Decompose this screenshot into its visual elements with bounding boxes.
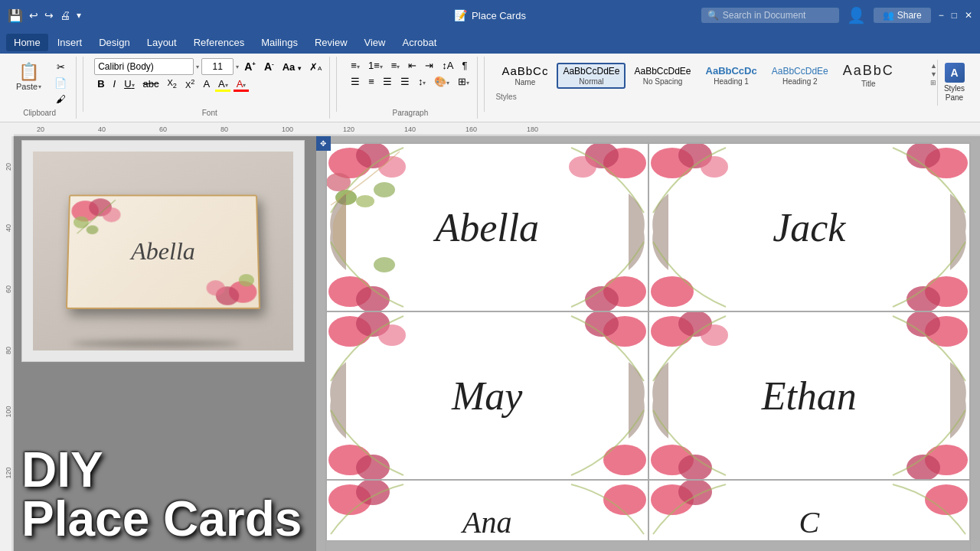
bullets-btn[interactable]: ≡▾ bbox=[348, 58, 363, 73]
svg-point-38 bbox=[569, 156, 596, 178]
place-card-1[interactable]: Abella bbox=[326, 143, 648, 311]
increase-font-btn[interactable]: A+ bbox=[241, 59, 259, 74]
place-card-3[interactable]: May bbox=[326, 311, 648, 480]
ribbon-divider-3 bbox=[484, 57, 485, 112]
strikethrough-btn[interactable]: abc bbox=[140, 77, 162, 91]
quick-access-undo[interactable]: ↩ bbox=[29, 9, 38, 21]
svg-point-41 bbox=[374, 257, 395, 272]
align-center-btn[interactable]: ≡ bbox=[365, 74, 377, 89]
align-right-btn[interactable]: ☰ bbox=[380, 74, 395, 89]
copy-button[interactable]: 📄 bbox=[51, 76, 70, 90]
decrease-font-btn[interactable]: A- bbox=[261, 59, 277, 74]
menu-references[interactable]: References bbox=[186, 34, 252, 51]
floral-corner-tr-5 bbox=[556, 481, 648, 541]
menu-view[interactable]: View bbox=[357, 34, 394, 51]
title-bar-left-icons[interactable]: 💾 ↩ ↪ 🖨 ▾ bbox=[8, 8, 81, 23]
style-normal-label: Normal bbox=[579, 77, 603, 86]
shading-btn[interactable]: 🎨▾ bbox=[431, 74, 452, 89]
table-move-handle[interactable]: ✥ bbox=[316, 136, 331, 151]
share-icon: 👥 bbox=[883, 10, 894, 21]
style-name[interactable]: AaBbCc Name bbox=[495, 61, 554, 90]
paste-button[interactable]: 📋 Paste ▾ bbox=[9, 58, 48, 95]
text-effects-btn[interactable]: A bbox=[200, 77, 213, 91]
paste-dropdown-arrow[interactable]: ▾ bbox=[38, 83, 41, 90]
gallery-expand-arrow[interactable]: ⊞ bbox=[930, 80, 937, 86]
font-size-dropdown[interactable]: ▾ bbox=[236, 64, 239, 70]
ribbon-font-section: ▾ ▾ A+ A- Aa ▾ ✗A B I U▾ abc X2 X2 A A▾ bbox=[90, 57, 330, 119]
gallery-up-arrow[interactable]: ▲ bbox=[930, 63, 937, 70]
underline-btn[interactable]: U▾ bbox=[121, 77, 137, 91]
multilevel-btn[interactable]: ≡▾ bbox=[388, 58, 403, 73]
menu-review[interactable]: Review bbox=[307, 34, 355, 51]
gallery-scroll-arrows[interactable]: ▲ ▼ ⊞ bbox=[930, 60, 937, 86]
style-normal[interactable]: AaBbCcDdEe Normal bbox=[557, 63, 626, 89]
sort-btn[interactable]: ↕A bbox=[439, 58, 456, 73]
floral-corner-bl-3 bbox=[327, 403, 419, 479]
search-bar[interactable]: 🔍 Search in Document bbox=[701, 8, 839, 23]
align-left-btn[interactable]: ☰ bbox=[348, 74, 363, 89]
ribbon-expand-icon[interactable]: □ bbox=[952, 10, 957, 21]
show-formatting-btn[interactable]: ¶ bbox=[459, 58, 471, 73]
styles-pane-button[interactable]: A Styles Pane bbox=[941, 63, 968, 103]
quick-access-redo[interactable]: ↪ bbox=[44, 9, 54, 21]
cut-button[interactable]: ✂ bbox=[51, 60, 70, 74]
font-size-input[interactable] bbox=[201, 58, 234, 75]
account-icon[interactable]: 👤 bbox=[847, 6, 866, 24]
paragraph-label: Paragraph bbox=[348, 107, 472, 117]
format-painter-button[interactable]: 🖌 bbox=[51, 92, 70, 106]
borders-btn[interactable]: ⊞▾ bbox=[455, 74, 472, 89]
style-heading2[interactable]: AaBbCcDdEe Heading 2 bbox=[766, 63, 835, 89]
style-gallery: AaBbCc Name AaBbCcDdEe Normal AaBbCcDdEe… bbox=[495, 60, 930, 91]
menu-design[interactable]: Design bbox=[91, 34, 137, 51]
menu-home[interactable]: Home bbox=[6, 34, 48, 51]
menu-acrobat[interactable]: Acrobat bbox=[394, 34, 444, 51]
place-card-4[interactable]: Ethan bbox=[648, 311, 971, 480]
change-case-btn[interactable]: Aa ▾ bbox=[279, 60, 304, 74]
style-title-label: Title bbox=[861, 80, 876, 88]
place-card-2[interactable]: Jack bbox=[648, 143, 971, 311]
styles-pane-label: Styles Pane bbox=[941, 84, 968, 103]
svg-point-49 bbox=[651, 276, 694, 307]
styles-section-label: Styles bbox=[495, 91, 930, 101]
superscript-btn[interactable]: X2 bbox=[182, 77, 198, 91]
svg-text:20: 20 bbox=[5, 163, 12, 171]
card-name-text: Abella bbox=[131, 237, 195, 266]
numbering-btn[interactable]: 1≡▾ bbox=[365, 58, 386, 73]
menu-layout[interactable]: Layout bbox=[139, 34, 185, 51]
style-heading1[interactable]: AaBbCcDc Heading 1 bbox=[700, 62, 763, 89]
doc-icon: 📝 bbox=[454, 9, 467, 21]
style-no-spacing[interactable]: AaBbCcDdEe No Spacing bbox=[628, 63, 697, 89]
quick-access-more[interactable]: ▾ bbox=[77, 10, 81, 21]
card-name-jack: Jack bbox=[773, 205, 845, 250]
style-normal-preview: AaBbCcDdEe bbox=[563, 66, 619, 77]
style-title[interactable]: AaBbC Title bbox=[837, 60, 900, 91]
italic-btn[interactable]: I bbox=[110, 77, 119, 91]
share-button[interactable]: 👥 Share bbox=[874, 8, 931, 23]
font-name-dropdown[interactable]: ▾ bbox=[196, 64, 199, 70]
clear-format-btn[interactable]: ✗A bbox=[306, 60, 325, 74]
floral-corner-bl-4 bbox=[649, 403, 741, 479]
menu-insert[interactable]: Insert bbox=[50, 34, 90, 51]
search-placeholder: Search in Document bbox=[723, 10, 806, 21]
menu-mailings[interactable]: Mailings bbox=[253, 34, 305, 51]
title-bar: 💾 ↩ ↪ 🖨 ▾ 📝 Place Cards 🔍 Search in Docu… bbox=[0, 0, 980, 31]
decrease-indent-btn[interactable]: ⇤ bbox=[405, 58, 420, 73]
line-spacing-btn[interactable]: ↕▾ bbox=[415, 74, 430, 89]
quick-access-print[interactable]: 🖨 bbox=[60, 9, 70, 21]
place-card-5[interactable]: Ana bbox=[326, 480, 648, 541]
svg-text:20: 20 bbox=[37, 126, 44, 133]
ruler: 20 40 60 80 100 120 140 160 180 bbox=[14, 122, 980, 136]
svg-text:60: 60 bbox=[5, 285, 12, 293]
place-card-6[interactable]: C bbox=[648, 480, 971, 541]
justify-btn[interactable]: ☰ bbox=[397, 74, 413, 89]
ribbon: 📋 Paste ▾ ✂ 📄 🖌 Clipboard ▾ ▾ A+ bbox=[0, 54, 980, 122]
quick-access-save[interactable]: 💾 bbox=[8, 8, 23, 23]
font-name-input[interactable] bbox=[94, 58, 194, 75]
subscript-btn[interactable]: X2 bbox=[165, 77, 180, 91]
ribbon-minimize-icon[interactable]: − bbox=[939, 10, 944, 21]
increase-indent-btn[interactable]: ⇥ bbox=[422, 58, 436, 73]
gallery-down-arrow[interactable]: ▼ bbox=[930, 71, 937, 78]
left-panel: Abella DIY Place Cards bbox=[14, 136, 316, 551]
close-icon[interactable]: ✕ bbox=[965, 10, 972, 21]
bold-btn[interactable]: B bbox=[94, 77, 107, 91]
